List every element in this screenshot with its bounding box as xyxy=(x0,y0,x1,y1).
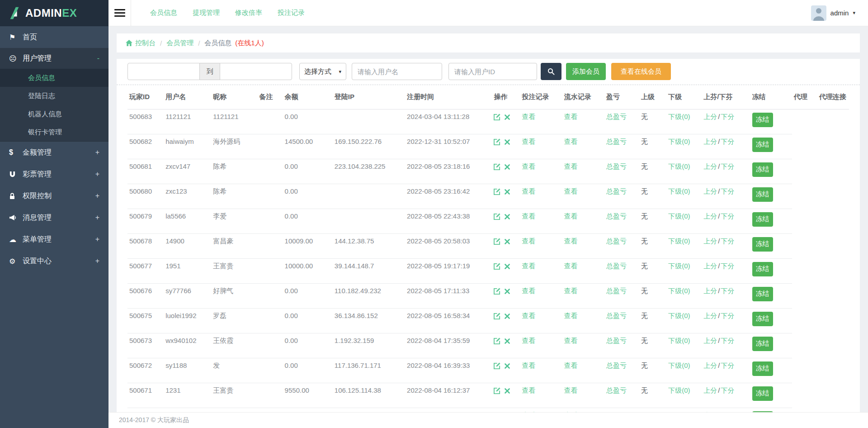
subordinate-link[interactable]: 下级(0) xyxy=(668,262,690,270)
score-up-link[interactable]: 上分 xyxy=(703,262,717,270)
bet-records-link[interactable]: 查看 xyxy=(522,113,536,120)
subordinate-link[interactable]: 下级(0) xyxy=(668,361,690,369)
score-down-link[interactable]: 下分 xyxy=(721,386,734,394)
edit-icon[interactable] xyxy=(494,114,500,120)
score-up-link[interactable]: 上分 xyxy=(703,337,717,344)
freeze-button[interactable]: 冻结 xyxy=(752,386,773,401)
profit-link[interactable]: 总盈亏 xyxy=(606,162,627,170)
score-up-link[interactable]: 上分 xyxy=(703,411,717,413)
profit-link[interactable]: 总盈亏 xyxy=(606,361,627,369)
score-up-link[interactable]: 上分 xyxy=(703,212,717,220)
profit-link[interactable]: 总盈亏 xyxy=(606,237,627,245)
topnav-bet-records[interactable]: 投注记录 xyxy=(278,9,305,17)
topnav-member-info[interactable]: 会员信息 xyxy=(150,9,177,17)
userid-search-input[interactable] xyxy=(448,63,537,80)
freeze-button[interactable]: 冻结 xyxy=(752,187,773,202)
search-type-select[interactable]: 选择方式▾ xyxy=(299,63,346,80)
delete-icon[interactable] xyxy=(505,189,510,195)
delete-icon[interactable] xyxy=(505,139,510,145)
edit-icon[interactable] xyxy=(494,338,500,344)
flow-records-link[interactable]: 查看 xyxy=(564,162,578,170)
sidebar-item-message[interactable]: 消息管理 + xyxy=(0,207,108,228)
profit-link[interactable]: 总盈亏 xyxy=(606,138,627,145)
freeze-button[interactable]: 冻结 xyxy=(752,212,773,227)
edit-icon[interactable] xyxy=(494,163,500,170)
score-down-link[interactable]: 下分 xyxy=(721,187,734,195)
profit-link[interactable]: 总盈亏 xyxy=(606,411,627,413)
score-down-link[interactable]: 下分 xyxy=(721,162,734,170)
breadcrumb-home[interactable]: 控制台 xyxy=(126,39,156,48)
sidebar-item-lottery-mgmt[interactable]: 彩票管理 + xyxy=(0,163,108,185)
freeze-button[interactable]: 冻结 xyxy=(752,361,773,376)
freeze-button[interactable]: 冻结 xyxy=(752,411,773,413)
bet-records-link[interactable]: 查看 xyxy=(522,162,536,170)
bet-records-link[interactable]: 查看 xyxy=(522,411,536,413)
bet-records-link[interactable]: 查看 xyxy=(522,237,536,245)
bet-records-link[interactable]: 查看 xyxy=(522,287,536,295)
bet-records-link[interactable]: 查看 xyxy=(522,386,536,394)
freeze-button[interactable]: 冻结 xyxy=(752,337,773,351)
score-down-link[interactable]: 下分 xyxy=(721,212,734,220)
freeze-button[interactable]: 冻结 xyxy=(752,138,773,152)
score-up-link[interactable]: 上分 xyxy=(703,287,717,295)
freeze-button[interactable]: 冻结 xyxy=(752,162,773,177)
score-down-link[interactable]: 下分 xyxy=(721,237,734,245)
view-online-members-button[interactable]: 查看在线会员 xyxy=(611,63,671,80)
flow-records-link[interactable]: 查看 xyxy=(564,361,578,369)
delete-icon[interactable] xyxy=(505,338,510,344)
freeze-button[interactable]: 冻结 xyxy=(752,287,773,301)
flow-records-link[interactable]: 查看 xyxy=(564,212,578,220)
sidebar-subitem-robot-info[interactable]: 机器人信息 xyxy=(0,105,108,123)
delete-icon[interactable] xyxy=(505,164,510,170)
edit-icon[interactable] xyxy=(494,313,500,319)
edit-icon[interactable] xyxy=(494,288,500,295)
score-up-link[interactable]: 上分 xyxy=(703,113,717,120)
score-down-link[interactable]: 下分 xyxy=(721,312,734,319)
sidebar-subitem-member-info[interactable]: 会员信息 xyxy=(0,69,108,87)
score-down-link[interactable]: 下分 xyxy=(721,113,734,120)
subordinate-link[interactable]: 下级(0) xyxy=(668,162,690,170)
delete-icon[interactable] xyxy=(505,388,510,394)
sidebar-item-home[interactable]: ⚑ 首页 xyxy=(0,26,108,48)
delete-icon[interactable] xyxy=(505,363,510,369)
edit-icon[interactable] xyxy=(494,362,500,369)
subordinate-link[interactable]: 下级(0) xyxy=(668,411,690,413)
sidebar-item-permission[interactable]: 权限控制 + xyxy=(0,185,108,207)
subordinate-link[interactable]: 下级(0) xyxy=(668,187,690,195)
score-up-link[interactable]: 上分 xyxy=(703,312,717,319)
search-button[interactable] xyxy=(541,63,561,80)
bet-records-link[interactable]: 查看 xyxy=(522,212,536,220)
delete-icon[interactable] xyxy=(505,289,510,294)
freeze-button[interactable]: 冻结 xyxy=(752,312,773,326)
freeze-button[interactable]: 冻结 xyxy=(752,237,773,252)
delete-icon[interactable] xyxy=(505,239,510,244)
sidebar-item-user-mgmt[interactable]: ☹ 用户管理 - xyxy=(0,48,108,69)
edit-icon[interactable] xyxy=(494,238,500,245)
edit-icon[interactable] xyxy=(494,138,500,145)
topnav-modify-odds[interactable]: 修改倍率 xyxy=(235,9,262,17)
delete-icon[interactable] xyxy=(505,214,510,219)
subordinate-link[interactable]: 下级(0) xyxy=(668,312,690,319)
subordinate-link[interactable]: 下级(0) xyxy=(668,337,690,344)
bet-records-link[interactable]: 查看 xyxy=(522,187,536,195)
edit-icon[interactable] xyxy=(494,387,500,394)
flow-records-link[interactable]: 查看 xyxy=(564,138,578,145)
subordinate-link[interactable]: 下级(0) xyxy=(668,237,690,245)
score-up-link[interactable]: 上分 xyxy=(703,361,717,369)
subordinate-link[interactable]: 下级(0) xyxy=(668,138,690,145)
profit-link[interactable]: 总盈亏 xyxy=(606,386,627,394)
sidebar-item-settings[interactable]: ⚙ 设置中心 + xyxy=(0,250,108,272)
score-down-link[interactable]: 下分 xyxy=(721,287,734,295)
flow-records-link[interactable]: 查看 xyxy=(564,411,578,413)
score-up-link[interactable]: 上分 xyxy=(703,386,717,394)
sidebar-item-amount-mgmt[interactable]: $ 金额管理 + xyxy=(0,142,108,163)
delete-icon[interactable] xyxy=(505,264,510,269)
delete-icon[interactable] xyxy=(505,314,510,319)
score-down-link[interactable]: 下分 xyxy=(721,262,734,270)
topnav-withdraw-mgmt[interactable]: 提现管理 xyxy=(193,9,220,17)
hamburger-icon[interactable] xyxy=(108,0,131,26)
flow-records-link[interactable]: 查看 xyxy=(564,262,578,270)
profit-link[interactable]: 总盈亏 xyxy=(606,113,627,120)
edit-icon[interactable] xyxy=(494,263,500,270)
edit-icon[interactable] xyxy=(494,188,500,195)
